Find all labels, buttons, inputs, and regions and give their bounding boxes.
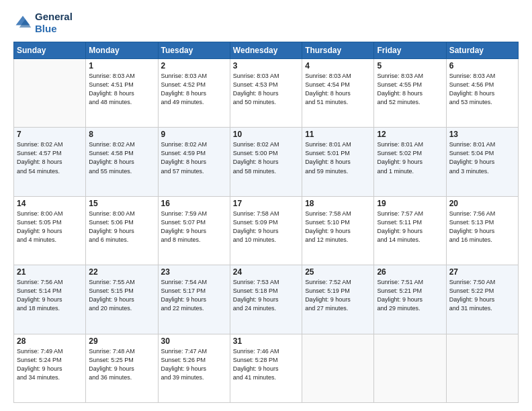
day-info: Sunrise: 7:54 AM Sunset: 5:17 PM Dayligh…	[161, 278, 227, 313]
day-number: 3	[233, 61, 299, 71]
day-info: Sunrise: 7:48 AM Sunset: 5:25 PM Dayligh…	[89, 347, 154, 382]
weekday-header-thursday: Thursday	[302, 42, 374, 59]
logo-general: General	[35, 11, 73, 22]
week-row-2: 7Sunrise: 8:02 AM Sunset: 4:57 PM Daylig…	[14, 128, 519, 196]
day-number: 16	[161, 199, 227, 208]
day-number: 8	[89, 130, 154, 139]
day-info: Sunrise: 8:03 AM Sunset: 4:55 PM Dayligh…	[377, 72, 443, 107]
calendar-cell: 29Sunrise: 7:48 AM Sunset: 5:25 PM Dayli…	[86, 334, 158, 402]
weekday-header-monday: Monday	[86, 42, 158, 59]
day-number: 24	[233, 267, 299, 277]
calendar-cell: 26Sunrise: 7:51 AM Sunset: 5:21 PM Dayli…	[374, 265, 446, 334]
logo-blue: Blue	[35, 23, 57, 34]
day-number: 26	[377, 267, 443, 277]
day-number: 28	[17, 336, 83, 346]
day-number: 1	[89, 61, 154, 71]
calendar-cell: 9Sunrise: 8:02 AM Sunset: 4:59 PM Daylig…	[158, 128, 230, 196]
logo-text: General Blue	[35, 11, 73, 35]
calendar-cell: 31Sunrise: 7:46 AM Sunset: 5:28 PM Dayli…	[230, 334, 302, 402]
calendar-cell: 13Sunrise: 8:01 AM Sunset: 5:04 PM Dayli…	[446, 128, 518, 196]
week-row-5: 28Sunrise: 7:49 AM Sunset: 5:24 PM Dayli…	[14, 334, 519, 402]
calendar-cell: 21Sunrise: 7:56 AM Sunset: 5:14 PM Dayli…	[14, 265, 86, 334]
calendar-table: SundayMondayTuesdayWednesdayThursdayFrid…	[13, 42, 519, 403]
day-number: 31	[233, 336, 299, 346]
calendar-cell: 12Sunrise: 8:01 AM Sunset: 5:02 PM Dayli…	[374, 128, 446, 196]
day-info: Sunrise: 8:01 AM Sunset: 5:04 PM Dayligh…	[449, 140, 515, 175]
day-number: 25	[305, 267, 371, 277]
calendar-cell: 11Sunrise: 8:01 AM Sunset: 5:01 PM Dayli…	[302, 128, 374, 196]
calendar-cell: 4Sunrise: 8:03 AM Sunset: 4:54 PM Daylig…	[302, 59, 374, 128]
week-row-4: 21Sunrise: 7:56 AM Sunset: 5:14 PM Dayli…	[14, 265, 519, 334]
day-info: Sunrise: 7:59 AM Sunset: 5:07 PM Dayligh…	[161, 210, 227, 244]
weekday-header-saturday: Saturday	[446, 42, 518, 59]
day-number: 17	[233, 199, 299, 208]
day-number: 19	[377, 199, 443, 208]
calendar-cell: 14Sunrise: 8:00 AM Sunset: 5:05 PM Dayli…	[14, 196, 86, 265]
day-number: 4	[305, 61, 371, 71]
day-info: Sunrise: 7:51 AM Sunset: 5:21 PM Dayligh…	[377, 278, 443, 313]
day-info: Sunrise: 7:52 AM Sunset: 5:19 PM Dayligh…	[305, 278, 371, 313]
day-info: Sunrise: 8:01 AM Sunset: 5:01 PM Dayligh…	[305, 140, 371, 175]
weekday-header-wednesday: Wednesday	[230, 42, 302, 59]
day-number: 11	[305, 130, 371, 139]
day-info: Sunrise: 8:03 AM Sunset: 4:54 PM Dayligh…	[305, 72, 371, 107]
day-info: Sunrise: 8:02 AM Sunset: 4:57 PM Dayligh…	[17, 140, 83, 175]
day-number: 14	[17, 199, 83, 208]
logo: General Blue	[13, 11, 73, 35]
day-number: 15	[89, 199, 154, 208]
day-number: 7	[17, 130, 83, 139]
day-info: Sunrise: 8:02 AM Sunset: 4:59 PM Dayligh…	[161, 140, 227, 175]
day-number: 10	[233, 130, 299, 139]
calendar-cell	[302, 334, 374, 402]
week-row-3: 14Sunrise: 8:00 AM Sunset: 5:05 PM Dayli…	[14, 196, 519, 265]
calendar-cell: 10Sunrise: 8:02 AM Sunset: 5:00 PM Dayli…	[230, 128, 302, 196]
page: General Blue SundayMondayTuesdayWednesda…	[0, 0, 532, 411]
day-number: 6	[449, 61, 515, 71]
calendar-cell	[446, 334, 518, 402]
day-info: Sunrise: 7:57 AM Sunset: 5:11 PM Dayligh…	[377, 210, 443, 244]
day-number: 18	[305, 199, 371, 208]
day-info: Sunrise: 8:01 AM Sunset: 5:02 PM Dayligh…	[377, 140, 443, 175]
day-number: 2	[161, 61, 227, 71]
day-number: 20	[449, 199, 515, 208]
calendar-cell: 30Sunrise: 7:47 AM Sunset: 5:26 PM Dayli…	[158, 334, 230, 402]
day-info: Sunrise: 7:55 AM Sunset: 5:15 PM Dayligh…	[89, 278, 154, 313]
calendar-cell: 25Sunrise: 7:52 AM Sunset: 5:19 PM Dayli…	[302, 265, 374, 334]
day-info: Sunrise: 7:46 AM Sunset: 5:28 PM Dayligh…	[233, 347, 299, 382]
calendar-cell: 23Sunrise: 7:54 AM Sunset: 5:17 PM Dayli…	[158, 265, 230, 334]
day-number: 9	[161, 130, 227, 139]
day-info: Sunrise: 8:02 AM Sunset: 5:00 PM Dayligh…	[233, 140, 299, 175]
day-info: Sunrise: 7:50 AM Sunset: 5:22 PM Dayligh…	[449, 278, 515, 313]
calendar-cell: 22Sunrise: 7:55 AM Sunset: 5:15 PM Dayli…	[86, 265, 158, 334]
calendar-cell: 3Sunrise: 8:03 AM Sunset: 4:53 PM Daylig…	[230, 59, 302, 128]
day-info: Sunrise: 7:56 AM Sunset: 5:13 PM Dayligh…	[449, 210, 515, 244]
calendar-cell: 17Sunrise: 7:58 AM Sunset: 5:09 PM Dayli…	[230, 196, 302, 265]
day-info: Sunrise: 7:47 AM Sunset: 5:26 PM Dayligh…	[161, 347, 227, 382]
weekday-header-tuesday: Tuesday	[158, 42, 230, 59]
weekday-header-sunday: Sunday	[14, 42, 86, 59]
day-number: 13	[449, 130, 515, 139]
calendar-cell: 2Sunrise: 8:03 AM Sunset: 4:52 PM Daylig…	[158, 59, 230, 128]
day-info: Sunrise: 7:49 AM Sunset: 5:24 PM Dayligh…	[17, 347, 83, 382]
day-info: Sunrise: 8:00 AM Sunset: 5:06 PM Dayligh…	[89, 210, 154, 244]
calendar-cell: 8Sunrise: 8:02 AM Sunset: 4:58 PM Daylig…	[86, 128, 158, 196]
calendar-cell: 16Sunrise: 7:59 AM Sunset: 5:07 PM Dayli…	[158, 196, 230, 265]
header: General Blue	[13, 11, 519, 35]
calendar-cell: 15Sunrise: 8:00 AM Sunset: 5:06 PM Dayli…	[86, 196, 158, 265]
day-info: Sunrise: 8:00 AM Sunset: 5:05 PM Dayligh…	[17, 210, 83, 244]
calendar-cell: 24Sunrise: 7:53 AM Sunset: 5:18 PM Dayli…	[230, 265, 302, 334]
calendar-cell: 1Sunrise: 8:03 AM Sunset: 4:51 PM Daylig…	[86, 59, 158, 128]
day-number: 21	[17, 267, 83, 277]
day-number: 5	[377, 61, 443, 71]
calendar-cell: 27Sunrise: 7:50 AM Sunset: 5:22 PM Dayli…	[446, 265, 518, 334]
day-number: 12	[377, 130, 443, 139]
week-row-1: 1Sunrise: 8:03 AM Sunset: 4:51 PM Daylig…	[14, 59, 519, 128]
weekday-header-friday: Friday	[374, 42, 446, 59]
day-info: Sunrise: 7:58 AM Sunset: 5:10 PM Dayligh…	[305, 210, 371, 244]
calendar-cell: 6Sunrise: 8:03 AM Sunset: 4:56 PM Daylig…	[446, 59, 518, 128]
calendar-cell	[374, 334, 446, 402]
calendar-cell	[14, 59, 86, 128]
day-number: 23	[161, 267, 227, 277]
day-info: Sunrise: 7:56 AM Sunset: 5:14 PM Dayligh…	[17, 278, 83, 313]
day-number: 22	[89, 267, 154, 277]
